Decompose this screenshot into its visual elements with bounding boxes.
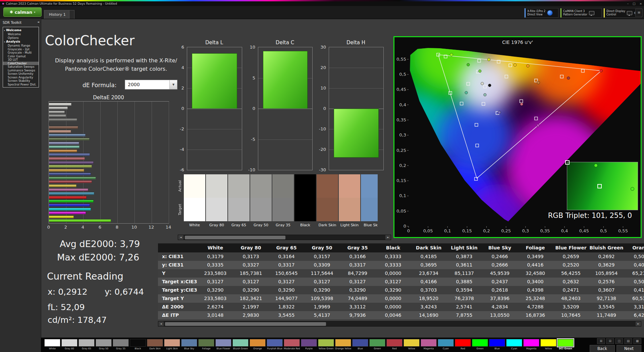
patch-purplish-blue[interactable]: Purplish Blue <box>267 339 283 350</box>
patch-swatch <box>352 339 368 347</box>
de-formula-value: 2000 <box>128 80 140 89</box>
sidebar-item-saturation-sweeps[interactable]: Saturation Sweeps <box>3 65 39 69</box>
patch-dark-skin[interactable]: Dark Skin <box>147 339 163 350</box>
maximize-button[interactable]: □ <box>633 2 636 5</box>
target-swatch <box>250 198 272 221</box>
sidebar-item-color-gamut[interactable]: Color Gamut <box>3 55 39 58</box>
meter-connection-button[interactable]: X-Rite i1Pro 2 Direct View <box>524 8 558 18</box>
svg-text:0,15: 0,15 <box>396 178 406 183</box>
patch-label: DCI Green <box>557 347 574 350</box>
sidebar-item-screen-uniformity[interactable]: Screen Uniformity <box>3 72 39 76</box>
table-cell: 0,3317 <box>340 261 375 269</box>
scroll-right-icon[interactable]: ► <box>385 235 391 240</box>
x-tick-label: 12 <box>149 225 154 230</box>
patch-black[interactable]: Black <box>130 339 146 350</box>
sidebar-item-options[interactable]: Options <box>3 36 39 40</box>
patch-cyan[interactable]: Cyan <box>506 339 522 350</box>
patch-orange-yellow[interactable]: Orange Yellow <box>335 339 351 350</box>
column-header-gray-50: Gray 50 <box>304 243 340 252</box>
patch-white[interactable]: White <box>44 339 60 350</box>
patch-yellow[interactable]: Yellow <box>404 339 420 350</box>
patch-gray-50[interactable]: Gray 50 <box>96 339 112 350</box>
sidebar-item-3d-lut[interactable]: 3D LUT <box>3 58 39 62</box>
sidebar-item-dynamic-range[interactable]: Dynamic Range <box>3 44 39 48</box>
patch-gray-80[interactable]: Gray 80 <box>61 339 77 350</box>
cie-zoom-inset <box>567 162 638 210</box>
sidebar-item-screen-angularity[interactable]: Screen Angularity <box>3 76 39 79</box>
back-button[interactable]: Back <box>590 345 615 352</box>
row-label: y: CIE31 <box>158 261 198 269</box>
scrollbar-thumb[interactable] <box>165 322 326 326</box>
minimize-button[interactable]: – <box>627 2 629 5</box>
column-header-blue-sky: Blue Sky <box>482 243 518 252</box>
sidebar-item-spectral-power-dist[interactable]: Spectral Power Dist. <box>3 83 39 86</box>
table-row: y: CIE310,33350,33270,33170,33090,33170,… <box>158 261 644 269</box>
sidebar-collapse-button[interactable]: ◄ <box>37 20 39 23</box>
sidebar-item-colorchecker[interactable]: ColorChecker <box>3 62 39 65</box>
scroll-left-icon[interactable]: ◄ <box>178 235 183 240</box>
layout-icon-2[interactable]: ⊟ <box>606 338 614 344</box>
patch-red[interactable]: Red <box>386 339 402 350</box>
tab-history-1[interactable]: History 1 <box>44 10 71 19</box>
patch-yellow[interactable]: Yellow <box>540 339 556 350</box>
patch-magenta[interactable]: Magenta <box>523 339 539 350</box>
patch-foliage[interactable]: Foliage <box>198 339 214 350</box>
table-cell: 0,3309 <box>304 261 340 269</box>
layout-icon-1[interactable]: ⊞ <box>597 338 605 344</box>
layout-icon-5[interactable]: ▦ <box>633 338 641 344</box>
sidebar-item-welcome[interactable]: Welcome <box>3 33 39 36</box>
patch-gray-65[interactable]: Gray 65 <box>78 339 95 350</box>
sidebar-item-screen-stability[interactable]: Screen Stability <box>3 79 39 83</box>
sidebar: SDR Toolkit ◄ ▾WelcomeWelcomeOptions▾Ana… <box>0 19 41 352</box>
patch-blue-sky[interactable]: Blue Sky <box>181 339 197 350</box>
patch-magenta[interactable]: Magenta <box>421 339 437 350</box>
patch-blue[interactable]: Blue <box>352 339 368 350</box>
sidebar-item-grayscale-multi[interactable]: Grayscale - Multi <box>3 51 39 55</box>
swatch-compare-scrollbar[interactable]: ◄ ► <box>178 235 391 240</box>
patch-orange[interactable]: Orange <box>250 339 266 350</box>
calman-menu-button[interactable]: ✱ calman ▾ <box>3 7 42 17</box>
patch-label: Blue <box>489 347 505 350</box>
patch-dci-green[interactable]: DCI Green <box>557 339 574 350</box>
scroll-right-icon[interactable]: ► <box>636 321 641 326</box>
sidebar-item-luminance-sweeps[interactable]: Luminance Sweeps <box>3 69 39 72</box>
y-tick-label: 2 <box>181 85 184 91</box>
scroll-left-icon[interactable]: ◄ <box>158 321 164 326</box>
patch-swatch <box>404 339 420 347</box>
table-cell: 0,3127 <box>198 278 233 286</box>
table-cell: 0,2692 <box>589 252 624 261</box>
pattern-source-button[interactable]: CalMAN Client 3 Pattern Generator <box>560 8 602 18</box>
sidebar-item-grayscale-2pt[interactable]: Grayscale - 2pt <box>3 48 39 51</box>
tree-section-analysis[interactable]: ▾Analysis <box>3 40 39 44</box>
layout-icon-3[interactable]: ◫ <box>615 338 623 344</box>
patch-yellow-green[interactable]: Yellow Green <box>318 339 334 350</box>
patch-blue[interactable]: Blue <box>489 339 505 350</box>
actual-swatch <box>206 174 227 198</box>
patch-cyan[interactable]: Cyan <box>438 339 454 350</box>
next-button[interactable]: Next <box>616 345 641 352</box>
patch-green[interactable]: Green <box>369 339 385 350</box>
tab-new[interactable] <box>69 10 74 19</box>
de-formula-select[interactable]: 2000 ▼ <box>125 80 177 90</box>
table-cell: 0,3703 <box>411 286 446 294</box>
patch-gray-35[interactable]: Gray 35 <box>113 339 129 350</box>
patch-purple[interactable]: Purple <box>301 339 317 350</box>
table-cell: 0,3290 <box>198 286 233 294</box>
patch-bluish-green[interactable]: Bluish Green <box>232 339 249 350</box>
table-scrollbar[interactable]: ◄ ► <box>158 321 641 327</box>
compare-column-gray-65: Gray 65 <box>228 174 250 227</box>
patch-moderate-red[interactable]: Moderate Red <box>284 339 300 350</box>
patch-red[interactable]: Red <box>455 339 471 350</box>
patch-green[interactable]: Green <box>472 339 488 350</box>
table-cell: 1,9969 <box>304 303 340 311</box>
table-cell: 0,0000 <box>375 303 411 311</box>
layout-icon-4[interactable]: ▤ <box>624 338 632 344</box>
patch-swatch <box>198 339 214 347</box>
patch-light-skin[interactable]: Light Skin <box>164 339 180 350</box>
scrollbar-thumb[interactable] <box>185 236 285 239</box>
tree-section-welcome[interactable]: ▾Welcome <box>3 28 39 33</box>
table-cell: 18,9520 <box>411 294 446 303</box>
patch-blue-flower[interactable]: Blue Flower <box>215 339 231 350</box>
close-button[interactable]: × <box>639 2 642 5</box>
menu-icon[interactable]: ≡ <box>635 9 643 17</box>
